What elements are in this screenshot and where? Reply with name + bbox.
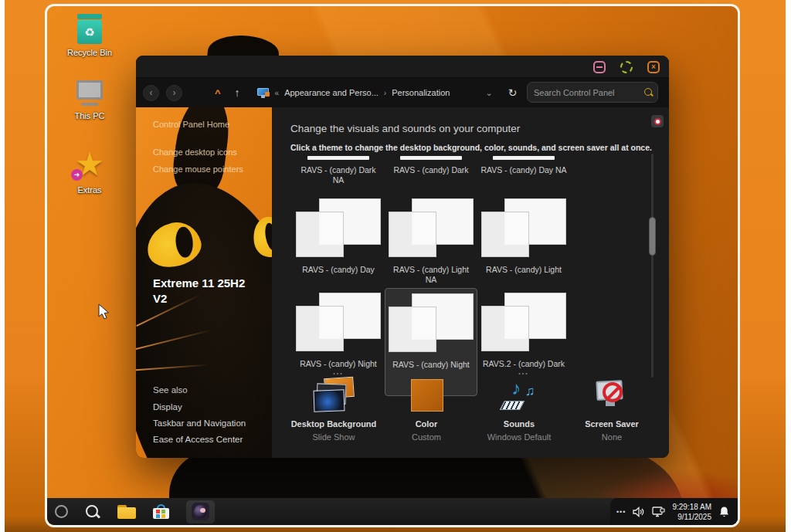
theme-thumbnail	[389, 198, 474, 262]
back-button[interactable]: ‹	[143, 85, 159, 101]
sidebar-item-ease-of-access[interactable]: Ease of Access Center	[153, 435, 243, 444]
window-titlebar[interactable]: ×	[136, 56, 669, 78]
page-title: Change the visuals and sounds on your co…	[290, 123, 520, 134]
sounds-setting[interactable]: ♪♫ Sounds Windows Default	[473, 376, 565, 442]
setting-label[interactable]: Screen Saver	[565, 419, 658, 429]
theme-label: RAVS - (candy) Night	[385, 360, 477, 370]
tray-overflow-icon[interactable]: •••	[616, 508, 626, 516]
desktop-background-icon	[314, 378, 354, 413]
file-explorer-icon[interactable]	[117, 505, 136, 519]
sidebar-item-display[interactable]: Display	[153, 402, 182, 412]
theme-settings-row: Desktop Background Slide Show Color Cust…	[287, 376, 658, 442]
theme-item[interactable]	[477, 156, 570, 160]
system-tray: ••• 9:29:18 AM 9/11/2025	[610, 498, 738, 525]
theme-thumb-partial	[400, 156, 462, 160]
page-subtitle: Click a theme to change the desktop back…	[290, 143, 652, 152]
theme-thumbnail	[296, 293, 381, 356]
color-setting[interactable]: Color Custom	[380, 376, 473, 442]
desktop-icon-label: This PC	[59, 111, 121, 120]
theme-label[interactable]: RAVS - (candy) Day NA	[477, 165, 570, 175]
theme-thumbnail	[481, 293, 566, 356]
tray-time: 9:29:18 AM	[672, 502, 711, 512]
setting-value: None	[565, 432, 658, 442]
taskbar-search-icon[interactable]	[85, 504, 100, 520]
volume-icon[interactable]	[633, 507, 645, 517]
setting-label[interactable]: Sounds	[473, 419, 565, 429]
desktop-icon-label: Extras	[59, 185, 121, 195]
theme-item[interactable]	[385, 156, 477, 160]
recycle-bin-icon: ♻	[76, 14, 103, 45]
shortcut-arrow-icon: ➜	[71, 169, 83, 181]
control-panel-window: × ‹ › ^ ↑ « Appearance and Perso... › Pe…	[136, 56, 669, 458]
help-icon	[654, 118, 661, 125]
breadcrumb-separator: ›	[384, 89, 386, 97]
setting-label[interactable]: Color	[380, 419, 473, 429]
sidebar-item-change-desktop-icons[interactable]: Change desktop icons	[153, 147, 237, 157]
minimize-button[interactable]	[593, 61, 606, 73]
theme-thumbnail	[481, 198, 566, 262]
theme-item[interactable]: RAVS - (candy) Light NA	[385, 198, 477, 285]
maximize-button[interactable]	[620, 61, 633, 73]
search-input[interactable]	[534, 88, 643, 97]
notifications-bell-icon[interactable]	[718, 506, 730, 518]
main-content: Change the visuals and sounds on your co…	[272, 107, 669, 458]
navigation-bar: ‹ › ^ ↑ « Appearance and Perso... › Pers…	[136, 78, 669, 107]
start-button[interactable]	[55, 505, 68, 518]
scrollbar-thumb[interactable]	[649, 217, 656, 256]
theme-label: RAVS - (candy) Light	[477, 265, 570, 275]
theme-brand-text: Extreme 11 25H2 V2	[153, 276, 245, 307]
mouse-cursor	[98, 303, 110, 320]
theme-thumbnail	[296, 198, 381, 262]
refresh-icon[interactable]: ↻	[508, 86, 518, 99]
help-button[interactable]	[651, 115, 664, 127]
address-dropdown-icon[interactable]: ⌄	[485, 88, 492, 98]
sidebar-item-taskbar-navigation[interactable]: Taskbar and Navigation	[153, 418, 246, 428]
forward-button[interactable]: ›	[166, 85, 182, 101]
desktop-icon-extras[interactable]: ★ ➜ Extras	[59, 147, 121, 195]
theme-item[interactable]: RAVS - (candy) Light	[477, 198, 570, 285]
recent-pages-caret-icon[interactable]: ^	[215, 87, 221, 99]
cat-app-taskbar-button[interactable]	[186, 500, 215, 524]
theme-thumb-partial	[307, 156, 369, 160]
theme-thumb-partial	[493, 156, 555, 160]
taskbar: ••• 9:29:18 AM 9/11/2025	[47, 498, 738, 525]
microsoft-store-icon[interactable]	[153, 504, 169, 519]
theme-label[interactable]: RAVS - (candy) Dark NA	[292, 165, 385, 185]
this-pc-icon	[74, 79, 105, 108]
theme-item[interactable]	[292, 156, 385, 160]
theme-item[interactable]: RAVS - (candy) Day	[292, 198, 385, 285]
desktop: ♻ Recycle Bin This PC ★ ➜ Extras ×	[45, 4, 740, 527]
search-box[interactable]	[527, 82, 658, 103]
breadcrumb-parent[interactable]: Appearance and Perso...	[284, 88, 379, 97]
setting-value: Windows Default	[473, 432, 565, 442]
taskbar-clock[interactable]: 9:29:18 AM 9/11/2025	[672, 502, 711, 522]
up-one-level-icon[interactable]: ↑	[235, 86, 240, 99]
cat-app-icon	[192, 503, 209, 520]
scrollbar-track[interactable]	[651, 154, 654, 378]
screen-saver-setting[interactable]: Screen Saver None	[565, 376, 658, 442]
desktop-background-setting[interactable]: Desktop Background Slide Show	[287, 376, 380, 442]
tray-date: 9/11/2025	[672, 512, 711, 522]
control-panel-monitor-icon	[257, 88, 270, 98]
close-button[interactable]: ×	[647, 61, 660, 73]
setting-label[interactable]: Desktop Background	[287, 419, 380, 429]
screen: ♻ Recycle Bin This PC ★ ➜ Extras ×	[0, 0, 791, 532]
breadcrumb: « Appearance and Perso... › Personalizat…	[275, 88, 450, 97]
sidebar-item-control-panel-home[interactable]: Control Panel Home	[153, 120, 229, 129]
breadcrumb-overflow-icon[interactable]: «	[275, 89, 280, 97]
theme-item[interactable]: RAVS.2 - (candy) Dark •••	[477, 293, 570, 376]
theme-label[interactable]: RAVS - (candy) Dark	[385, 165, 477, 175]
theme-item[interactable]: RAVS - (candy) Night •••	[292, 293, 385, 376]
sidebar-item-change-mouse-pointers[interactable]: Change mouse pointers	[153, 164, 243, 174]
theme-row-3: RAVS - (candy) Night ••• RAVS - (candy) …	[292, 293, 570, 376]
theme-row-partial-labels: RAVS - (candy) Dark NA RAVS - (candy) Da…	[292, 165, 570, 185]
desktop-icon-label: Recycle Bin	[59, 48, 121, 57]
theme-label: RAVS - (candy) Day	[292, 265, 385, 275]
breadcrumb-current[interactable]: Personalization	[392, 88, 450, 97]
theme-label: RAVS - (candy) Night	[292, 359, 385, 369]
desktop-icon-recycle-bin[interactable]: ♻ Recycle Bin	[59, 14, 121, 57]
network-icon[interactable]	[652, 507, 665, 517]
setting-value: Slide Show	[287, 432, 380, 442]
desktop-icon-this-pc[interactable]: This PC	[59, 79, 121, 120]
search-icon[interactable]	[643, 87, 651, 97]
